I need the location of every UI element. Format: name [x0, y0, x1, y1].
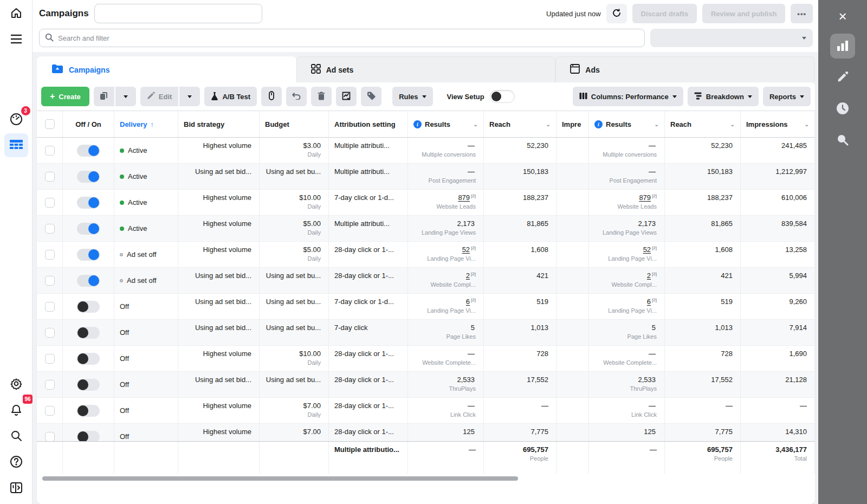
row-checkbox[interactable] [45, 198, 55, 208]
header-impressions[interactable]: Impressions ⌄ [741, 111, 815, 137]
header-results-1[interactable]: i Results ⌄ [408, 111, 484, 137]
row-toggle[interactable] [77, 145, 100, 157]
reach-cell-1: 17,552 [484, 372, 557, 397]
row-toggle[interactable] [77, 197, 100, 209]
row-toggle[interactable] [77, 301, 100, 313]
edit-options-button[interactable] [179, 87, 200, 106]
main-menu-button[interactable] [4, 27, 28, 51]
discard-drafts-button[interactable]: Discard drafts [632, 4, 697, 23]
notifications-button[interactable]: 96 [4, 398, 28, 422]
row-checkbox[interactable] [45, 172, 55, 182]
table-row[interactable]: Off Highest volume $10.00 Daily 28-day c… [37, 346, 815, 372]
account-overview-button[interactable]: 3 [4, 107, 28, 131]
edit-panel-button[interactable] [830, 65, 855, 90]
impressions-cell: 610,006 [741, 190, 815, 215]
tab-campaigns[interactable]: Campaigns [37, 56, 296, 82]
table-row[interactable]: Active Using ad set bid... Using ad set … [37, 164, 815, 190]
row-toggle[interactable] [77, 379, 100, 391]
duplicate-button[interactable] [94, 87, 114, 106]
header-attribution[interactable]: Attribution setting [329, 111, 408, 137]
results-cell-2: 2,533 ThruPlays [589, 372, 665, 397]
table-row[interactable]: Off Using ad set bid... Using ad set bu.… [37, 320, 815, 346]
table-row[interactable]: Ad set off Using ad set bid... Using ad … [37, 268, 815, 294]
table-row[interactable]: Active Highest volume $3.00 Daily Multip… [37, 138, 815, 164]
row-checkbox[interactable] [45, 354, 55, 364]
review-publish-button[interactable]: Review and publish [702, 4, 785, 23]
expand-panel-button[interactable] [4, 476, 28, 500]
search-filter-box[interactable] [39, 29, 645, 47]
edit-button[interactable]: Edit [140, 87, 179, 106]
header-bid-strategy[interactable]: Bid strategy [178, 111, 260, 137]
row-checkbox[interactable] [45, 432, 55, 442]
bid-strategy-cell: Highest volume [178, 424, 260, 441]
row-toggle[interactable] [77, 171, 100, 183]
results-cell-2: 52[2] Landing Page Vi... [589, 242, 665, 267]
campaign-name-input[interactable] [94, 4, 262, 23]
header-delivery[interactable]: Delivery ↑ [114, 111, 178, 137]
row-toggle[interactable] [77, 275, 100, 287]
tag-button[interactable] [361, 87, 381, 106]
sidebar-search-button[interactable] [4, 424, 28, 448]
bid-strategy-cell: Using ad set bid... [178, 372, 260, 397]
refresh-button[interactable] [606, 4, 627, 23]
close-button[interactable]: × [838, 5, 846, 27]
row-toggle[interactable] [77, 405, 100, 417]
row-checkbox[interactable] [45, 276, 55, 286]
row-toggle[interactable] [77, 353, 100, 365]
row-checkbox[interactable] [45, 328, 55, 338]
row-checkbox[interactable] [45, 250, 55, 260]
columns-button[interactable]: Columns: Performance [573, 87, 683, 106]
undo-button[interactable] [286, 87, 307, 106]
table-row[interactable]: Off Using ad set bid... Using ad set bu.… [37, 372, 815, 398]
select-all-checkbox[interactable] [45, 119, 55, 129]
table-row[interactable]: Active Highest volume $5.00 Daily Multip… [37, 216, 815, 242]
header-budget[interactable]: Budget [260, 111, 329, 137]
delivery-status-text: Off [120, 380, 129, 389]
reports-button[interactable]: Reports [763, 87, 811, 106]
rules-button[interactable]: Rules [392, 87, 432, 106]
settings-button[interactable] [4, 372, 28, 396]
help-button[interactable] [4, 450, 28, 474]
scrollbar-thumb[interactable] [42, 476, 518, 481]
table-row[interactable]: Off Using ad set bid... Using ad set bu.… [37, 294, 815, 320]
tab-adsets[interactable]: Ad sets [296, 56, 556, 82]
row-checkbox[interactable] [45, 224, 55, 234]
table-row[interactable]: Off Highest volume $7.00 Daily 28-day cl… [37, 398, 815, 424]
footnote-marker: [2] [652, 245, 657, 250]
export-chart-button[interactable] [336, 87, 357, 106]
table-row[interactable]: Active Highest volume $10.00 Daily 7-day… [37, 190, 815, 216]
pin-button[interactable] [261, 87, 282, 106]
insights-button[interactable] [830, 34, 855, 59]
create-button[interactable]: + Create [41, 87, 89, 106]
home-button[interactable] [4, 1, 28, 25]
history-button[interactable] [830, 96, 855, 121]
view-setup-toggle[interactable] [490, 90, 515, 103]
row-checkbox[interactable] [45, 380, 55, 390]
zoom-search-button[interactable] [830, 128, 855, 153]
delivery-status-dot [120, 227, 124, 231]
ab-test-button[interactable]: A/B Test [204, 87, 257, 106]
search-input[interactable] [58, 34, 639, 42]
date-range-dropdown[interactable] [650, 29, 813, 47]
reach-cell-1: 728 [484, 346, 557, 371]
tab-ads[interactable]: Ads [555, 56, 815, 82]
delete-button[interactable] [311, 87, 332, 106]
header-reach-2[interactable]: Reach ⌄ [665, 111, 741, 137]
breakdown-button[interactable]: Breakdown [688, 87, 759, 106]
row-toggle[interactable] [77, 223, 100, 235]
header-impressions-truncated[interactable]: Impre [557, 111, 589, 137]
table-row[interactable]: Ad set off Highest volume $5.00 Daily 28… [37, 242, 815, 268]
row-checkbox[interactable] [45, 146, 55, 156]
campaigns-nav-button[interactable] [4, 133, 28, 157]
row-toggle[interactable] [77, 431, 100, 442]
row-toggle[interactable] [77, 249, 100, 261]
table-row[interactable]: Off Highest volume $7.00 28-day click or… [37, 424, 815, 441]
more-options-button[interactable]: ••• [791, 4, 813, 23]
header-off-on[interactable]: Off / On [63, 111, 114, 137]
row-checkbox[interactable] [45, 302, 55, 312]
row-checkbox[interactable] [45, 406, 55, 416]
duplicate-options-button[interactable] [115, 87, 136, 106]
header-reach-1[interactable]: Reach ⌄ [484, 111, 557, 137]
row-toggle[interactable] [77, 327, 100, 339]
header-results-2[interactable]: i Results ⌄ [589, 111, 665, 137]
